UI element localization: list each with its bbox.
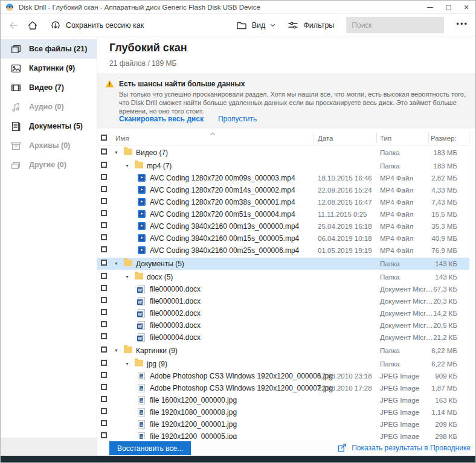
back-button[interactable] xyxy=(8,20,19,31)
sidebar-item-archives[interactable]: Архивы (0) xyxy=(1,136,97,155)
row-checkbox[interactable] xyxy=(101,333,107,339)
row-checkbox[interactable] xyxy=(101,210,107,216)
more-button[interactable]: ••• xyxy=(456,20,468,30)
file-date: 18.10.2015 16:46 xyxy=(318,172,372,184)
sidebar-item-video[interactable]: Видео (7) xyxy=(1,78,97,97)
table-row[interactable]: Adobe Photoshop CS3 Windows 1920x1200_00… xyxy=(97,382,469,394)
scan-whole-disk-link[interactable]: Сканировать весь диск xyxy=(119,115,204,123)
mp4-icon xyxy=(138,186,146,194)
row-checkbox[interactable] xyxy=(101,309,107,315)
table-row[interactable]: file 1920x1080_000008.jpg JPEG Image 1,1… xyxy=(97,406,469,418)
table-row[interactable]: file000002.docx Документ Micr… 14,2 КБ xyxy=(97,307,469,319)
file-name: AVC Coding 1280x720 00m51s_000004.mp4 xyxy=(150,208,295,220)
row-checkbox[interactable] xyxy=(101,384,107,390)
home-button[interactable] xyxy=(27,20,38,31)
skip-link[interactable]: Пропустить xyxy=(218,115,257,123)
maximize-button[interactable] xyxy=(439,1,457,14)
table-row[interactable]: file000004.docx Документ Micr… 21,2 КБ xyxy=(97,331,469,343)
select-all-checkbox[interactable] xyxy=(101,135,107,141)
warning-panel: Есть шансы найти больше данных Вы только… xyxy=(97,73,475,129)
file-type: Папка xyxy=(380,258,400,270)
table-row[interactable]: Документы (5) Папка 143 КБ xyxy=(97,258,469,270)
table-row[interactable]: file 1920x1200_000001.jpg JPEG Image 209… xyxy=(97,418,469,430)
caret-down-icon[interactable] xyxy=(125,160,129,172)
row-checkbox[interactable] xyxy=(101,222,107,228)
table-row[interactable]: AVC Coding 1280x720 00m14s_000002.mp4 22… xyxy=(97,184,469,196)
table-row[interactable]: AVC Coding 1280x720 00m38s_000001.mp4 12… xyxy=(97,196,469,208)
sidebar-item-others[interactable]: Другие (0) xyxy=(1,155,97,174)
mp4-icon xyxy=(138,174,146,182)
row-checkbox[interactable] xyxy=(101,285,107,291)
pictures-icon xyxy=(11,63,21,74)
row-checkbox[interactable] xyxy=(101,321,107,327)
row-checkbox[interactable] xyxy=(101,260,107,266)
caret-down-icon[interactable] xyxy=(114,258,118,270)
sidebar-item-label: Документы (5) xyxy=(29,122,83,130)
docx-icon xyxy=(138,297,145,305)
file-size: 1,14 МБ xyxy=(431,406,457,418)
scrollbar[interactable] xyxy=(469,131,475,439)
row-checkbox[interactable] xyxy=(101,396,107,402)
column-header-date[interactable]: Дата xyxy=(318,131,333,145)
table-row[interactable]: Adobe Photoshop CS3 Windows 1920x1200_00… xyxy=(97,370,469,382)
table-row[interactable]: docx (5) Папка 143 КБ xyxy=(97,271,469,283)
row-checkbox[interactable] xyxy=(101,408,107,414)
row-checkbox[interactable] xyxy=(101,246,107,252)
caret-down-icon[interactable] xyxy=(125,358,129,370)
sidebar-item-pictures[interactable]: Картинки (9) xyxy=(1,59,97,78)
row-checkbox[interactable] xyxy=(101,198,107,204)
row-checkbox[interactable] xyxy=(101,372,107,378)
table-row[interactable]: Видео (7) Папка 183 МБ xyxy=(97,147,469,159)
row-checkbox[interactable] xyxy=(101,297,107,303)
column-header-name[interactable]: Имя xyxy=(115,131,129,145)
table-row[interactable]: AVC Coding 1280x720 00m51s_000004.mp4 11… xyxy=(97,208,469,220)
table-row[interactable]: AVC Coding 3840x2160 00m15s_000005.mp4 0… xyxy=(97,232,469,244)
view-button[interactable]: Вид xyxy=(236,20,276,31)
table-row[interactable]: jpg (9) Папка 6,22 МБ xyxy=(97,358,469,370)
filters-button[interactable]: Фильтры xyxy=(288,20,334,31)
app-window: Disk Drill - Глубокий скан - Аппаратный … xyxy=(0,0,476,463)
recover-all-button[interactable]: Восстановить все... xyxy=(109,441,191,455)
row-checkbox[interactable] xyxy=(101,420,107,426)
footer-bar: Восстановить все... Показать результаты … xyxy=(97,439,475,457)
table-row[interactable]: file000001.docx Документ Micr… 20,3 КБ xyxy=(97,295,469,307)
sidebar-item-audio[interactable]: Аудио (0) xyxy=(1,97,97,117)
row-checkbox[interactable] xyxy=(101,148,107,155)
table-row[interactable]: mp4 (7) Папка 183 МБ xyxy=(97,160,469,172)
table-row[interactable]: AVC Coding 3840x2160 00m13s_000000.mp4 2… xyxy=(97,220,469,232)
table-row[interactable]: AVC Coding 1280x720 00m09s_000003.mp4 18… xyxy=(97,172,469,184)
save-session-button[interactable]: Сохранить сессию как xyxy=(50,20,144,31)
more-icon: ••• xyxy=(456,20,468,30)
row-checkbox[interactable] xyxy=(101,360,107,366)
caret-down-icon[interactable] xyxy=(114,147,118,159)
sidebar: Все файлы (21) Картинки (9) Видео (7) Ау… xyxy=(1,37,97,456)
table-row[interactable]: Картинки (9) Папка 6,22 МБ xyxy=(97,345,469,357)
row-checkbox[interactable] xyxy=(101,346,107,353)
show-results-link[interactable]: Показать результаты в Проводнике xyxy=(338,443,471,452)
minimize-button[interactable] xyxy=(421,1,439,14)
table-row[interactable]: file000000.docx Документ Micr… 67,3 КБ xyxy=(97,283,469,295)
row-checkbox[interactable] xyxy=(101,186,107,192)
sidebar-item-all-files[interactable]: Все файлы (21) xyxy=(1,39,97,59)
video-icon xyxy=(11,83,21,93)
file-name: AVC Coding 3840x2160 00m13s_000000.mp4 xyxy=(150,220,299,232)
sidebar-item-documents[interactable]: Документы (5) xyxy=(1,117,97,136)
table-row[interactable]: AVC Coding 3840x2160 00m25s_000006.mp4 0… xyxy=(97,244,469,257)
close-button[interactable]: ✕ xyxy=(457,1,475,14)
file-size: 143 КБ xyxy=(435,258,457,270)
row-checkbox[interactable] xyxy=(101,174,107,180)
table-row[interactable]: file 1920x1200_000005.jpg JPEG Image 298… xyxy=(97,430,469,439)
row-checkbox[interactable] xyxy=(101,162,107,168)
row-checkbox[interactable] xyxy=(101,432,107,438)
column-header-type[interactable]: Тип xyxy=(380,131,391,145)
table-row[interactable]: file 1600x1200_000000.jpg JPEG Image 163… xyxy=(97,394,469,406)
caret-down-icon[interactable] xyxy=(125,271,129,283)
table-row[interactable]: file000003.docx Документ Micr… 20,5 КБ xyxy=(97,319,469,331)
file-type: JPEG Image xyxy=(380,382,419,394)
column-header-size[interactable]: Размер: xyxy=(431,131,457,145)
row-checkbox[interactable] xyxy=(101,273,107,279)
row-checkbox[interactable] xyxy=(101,234,107,240)
caret-down-icon[interactable] xyxy=(114,345,118,357)
file-size: 909 КБ xyxy=(435,370,457,382)
search-input[interactable] xyxy=(346,17,444,33)
